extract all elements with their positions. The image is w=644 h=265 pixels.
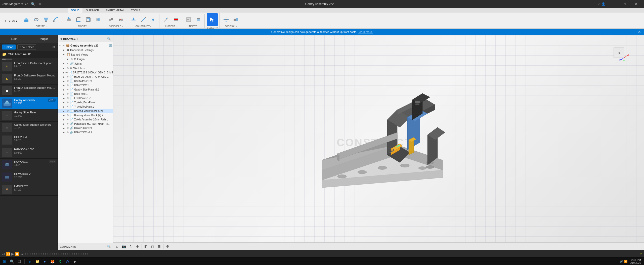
maximize-button[interactable]: □ (619, 0, 630, 8)
position-align-icon[interactable] (231, 15, 240, 24)
tree-item-y-backplate[interactable]: 👁 📄 Y_Axis_BackPlate:1 (58, 100, 113, 105)
tree-refresh-icon-0[interactable]: 🔄 (109, 44, 112, 47)
taskbar-chrome-icon[interactable]: ● (41, 258, 48, 265)
tree-arrow-13[interactable] (63, 101, 66, 104)
doc-item-0[interactable]: 📐 Front Side X Ballscrew Support Moun...… (0, 60, 58, 72)
settings-vp-icon[interactable]: ⚙ (165, 244, 170, 249)
tree-item-sr25[interactable]: 👁 📄 SR25TB2SS-1000LY_G29_0_B-ME... (58, 70, 113, 75)
tree-eye-icon-12[interactable]: 👁 (67, 97, 69, 100)
tree-item-doc-settings[interactable]: ⚙ Document Settings (58, 48, 113, 52)
taskbar-word-icon[interactable]: W (64, 258, 71, 265)
tree-item-hgw20cc-1[interactable]: 👁 📄 HGW20CC:1 (58, 83, 113, 87)
doc-version-8[interactable]: V5 ▾ (49, 160, 56, 163)
create-sweep-icon[interactable] (51, 15, 60, 24)
browser-search-icon[interactable]: 🔍 (107, 37, 111, 40)
tree-eye-icon-6[interactable]: 👁 (65, 71, 68, 74)
viewport[interactable]: CONSTRUCT - TOP X Y Z (113, 35, 644, 250)
position-move-icon[interactable] (222, 15, 231, 24)
tab-data[interactable]: Data (0, 35, 29, 43)
tab-tools[interactable]: TOOLS (128, 8, 143, 13)
tree-item-origin[interactable]: 👁 ⊕ Origin (58, 57, 113, 61)
taskbar-search-icon[interactable]: 🔍 (8, 258, 15, 265)
close-button[interactable]: ✕ (630, 0, 642, 8)
warning-icon[interactable]: ⚠ (640, 252, 642, 256)
inspect-measure-icon[interactable] (161, 15, 170, 24)
tree-item-joints[interactable]: 👁 🔗 Joints (58, 61, 113, 66)
start-button[interactable]: ⊞ (1, 259, 8, 264)
tree-arrow-8[interactable] (63, 80, 66, 82)
taskbar-edge-icon[interactable]: e (26, 258, 33, 265)
assemble-rigid-icon[interactable] (116, 15, 125, 24)
tree-arrow-3[interactable] (67, 58, 70, 60)
create-revolve-icon[interactable] (32, 15, 41, 24)
tree-arrow-10[interactable] (63, 89, 66, 91)
tree-arrow-12[interactable] (63, 97, 66, 100)
tree-arrow-20[interactable] (63, 131, 66, 134)
modify-fillet-icon[interactable] (74, 15, 83, 24)
minimize-button[interactable]: — (607, 0, 619, 8)
taskbar-excel-icon[interactable]: X (56, 258, 63, 265)
modify-press-pull-icon[interactable] (64, 15, 73, 24)
display-mode-icon[interactable]: ◧ (143, 244, 149, 249)
tree-item-parametric[interactable]: 👁 🔗 Parametric HGR20R Hiwin Ra... (58, 122, 113, 126)
infobar-close[interactable]: ✕ (638, 30, 641, 34)
timeline-play-icon[interactable]: ▶ (11, 252, 14, 256)
tree-eye-icon-13[interactable]: 👁 (67, 101, 69, 104)
insert-canvas-icon[interactable]: IMG (184, 15, 193, 24)
tree-item-hgw20cc-v21[interactable]: 👁 🔗 HGW20CC v2:1 (58, 126, 113, 130)
timeline-end-icon[interactable]: ⏭ (20, 252, 24, 256)
camera-icon[interactable]: 📷 (121, 244, 127, 249)
tree-item-rail-sides[interactable]: 👁 📄 Rail Sides v13:1 (58, 79, 113, 83)
tree-item-bearing-1[interactable]: 👁 📄 Bearing Mount Block (2):1 (58, 109, 113, 113)
viewport-axes[interactable]: TOP X Y Z (609, 43, 629, 63)
doc-item-9[interactable]: HGW20CC v1 7/18/20 (0, 171, 58, 183)
tree-arrow-11[interactable] (63, 93, 66, 95)
timeline-begin-icon[interactable]: ⏮ (2, 252, 5, 256)
assemble-joint-icon[interactable] (106, 15, 115, 24)
tree-item-hgw20cc-v22[interactable]: 👁 🔗 HGW20CC v2:2 (58, 130, 113, 135)
tree-item-z-axis[interactable]: 👁 📄 Z Axis Assembly 20mm Rails... (58, 117, 113, 122)
construct-point-icon[interactable] (149, 15, 158, 24)
tree-arrow-14[interactable] (63, 106, 66, 108)
tree-arrow-7[interactable] (63, 76, 66, 78)
tree-arrow-4[interactable] (63, 62, 66, 65)
tree-arrow-1[interactable] (63, 49, 66, 51)
tree-eye-icon-9[interactable]: 👁 (67, 84, 69, 87)
inspect-section-icon[interactable] (171, 15, 180, 24)
infobar-link[interactable]: Learn more. (358, 30, 373, 33)
tree-item-y-topplate[interactable]: 👁 📄 Y_AxisTopPlate:1 (58, 105, 113, 109)
tree-item-gantry-assembly[interactable]: 👁 📦 Gantry Assembly v22 🔄 (58, 43, 113, 48)
tree-eye-icon-15[interactable]: 👁 (67, 110, 69, 112)
home-icon[interactable]: ⌂ (115, 244, 119, 249)
timeline-next-icon[interactable]: ⏩ (15, 252, 19, 256)
visual-style-icon[interactable]: ◻ (150, 244, 155, 249)
tree-item-hgh20[interactable]: 👁 📄 HGH_20_ASM_7_AF0_ASM:1 (58, 75, 113, 79)
tree-item-bearing-2[interactable]: 👁 📄 Bearing Mount Block (2):2 (58, 113, 113, 117)
doc-item-3[interactable]: Gantry Assembly 7/22/20 V22 ▾ (0, 97, 58, 109)
new-folder-button[interactable]: New Folder (17, 44, 36, 50)
taskbar-explorer-icon[interactable]: 📁 (34, 258, 41, 265)
tree-arrow-5[interactable] (63, 67, 66, 69)
timeline-prev-icon[interactable]: ⏪ (6, 252, 10, 256)
comments-icon[interactable]: 🔍 (107, 245, 111, 248)
zoom-fit-icon[interactable]: ⊕ (135, 244, 140, 249)
help-icon[interactable]: ? (598, 2, 599, 6)
select-icon[interactable] (207, 13, 218, 26)
orbit-icon[interactable]: ↻ (128, 244, 134, 249)
doc-item-4[interactable]: ▭ Gantry Side Plate 7/14/20 (0, 109, 58, 122)
create-loft-icon[interactable] (41, 15, 51, 24)
tree-arrow-16[interactable] (63, 114, 66, 117)
tree-item-backplate[interactable]: 👁 📄 BackPlate:1 (58, 92, 113, 96)
settings-icon[interactable]: ⚙ (52, 45, 56, 49)
tree-eye-icon-8[interactable]: 👁 (67, 80, 69, 82)
tree-eye-icon-18[interactable]: 👁 (67, 122, 69, 125)
modify-shell-icon[interactable] (84, 15, 93, 24)
tree-eye-icon-16[interactable]: 👁 (67, 114, 69, 117)
tree-eye-icon-14[interactable]: 👁 (67, 105, 69, 108)
doc-item-2[interactable]: 📄 Front X Ballscrew Support Mount Dra...… (0, 85, 58, 97)
grid-icon[interactable]: ⊞ (157, 244, 162, 249)
tab-sheet-metal[interactable]: SHEET METAL (103, 8, 127, 13)
upload-button[interactable]: Upload (2, 45, 16, 50)
create-extrude-icon[interactable] (22, 15, 31, 24)
tree-eye-icon-20[interactable]: 👁 (67, 131, 69, 134)
